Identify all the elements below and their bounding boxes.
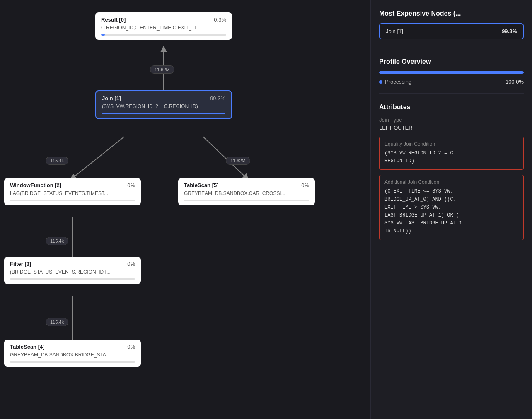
node-wf-label: WindowFunction [2] (10, 182, 61, 188)
node-ts4-label: TableScan [4] (10, 344, 45, 350)
node-tablescan5[interactable]: TableScan [5] 0% GREYBEAM_DB.SANDBOX.CAR… (178, 178, 315, 205)
node-result[interactable]: Result [0] 0.3% C.REGION_ID,C.ENTER_TIME… (95, 12, 232, 40)
node-join-progress-fill (102, 113, 225, 114)
flow-label-11_62m-right: 11.62M (226, 157, 250, 165)
node-join[interactable]: Join [1] 99.3% (SYS_VW.REGION_ID_2 = C.R… (95, 90, 232, 119)
node-wf-pct: 0% (127, 182, 135, 188)
node-result-pct: 0.3% (214, 17, 226, 23)
node-ts4-progress-bg (10, 361, 135, 363)
node-filter-label: Filter [3] (10, 261, 31, 267)
most-expensive-section: Most Expensive Nodes (... Join [1] 99.3% (379, 10, 524, 48)
attributes-section: Attributes Join Type LEFT OUTER Equality… (379, 104, 524, 253)
processing-dot (379, 80, 382, 84)
profile-overview-section: Profile Overview Processing 100.0% (379, 58, 524, 94)
processing-label-group: Processing (379, 79, 411, 85)
node-windowfunction[interactable]: WindowFunction [2] 0% LAG(BRIDGE_STATUS_… (4, 178, 141, 205)
additional-box-label: Additional Join Condition (384, 179, 518, 185)
flow-label-115_4k-left: 115.4k (46, 157, 68, 165)
most-expensive-title: Most Expensive Nodes (... (379, 10, 524, 17)
equality-box-label: Equality Join Condition (384, 141, 518, 147)
flow-label-11_62m-top: 11.62M (150, 65, 174, 74)
node-ts4-pct: 0% (127, 344, 135, 350)
node-result-body: C.REGION_ID,C.ENTER_TIME,C.EXIT_TI... (101, 25, 226, 31)
join-type-label: Join Type (379, 117, 524, 123)
expensive-item-name: Join [1] (386, 28, 403, 34)
query-plan-canvas: Result [0] 0.3% C.REGION_ID,C.ENTER_TIME… (0, 0, 370, 419)
node-ts5-pct: 0% (301, 182, 309, 188)
node-filter-progress-bg (10, 278, 135, 280)
join-type-value: LEFT OUTER (379, 125, 524, 131)
additional-box-value: (C.EXIT_TIME <= SYS_VW.BRIDGE_UP_AT_0) A… (384, 188, 518, 235)
node-ts5-progress-bg (184, 200, 309, 201)
node-result-progress-fill (101, 34, 105, 36)
right-panel: Most Expensive Nodes (... Join [1] 99.3%… (370, 0, 532, 419)
processing-pct: 100.0% (505, 79, 524, 85)
equality-box-value: (SYS_VW.REGION_ID_2 = C.REGION_ID) (384, 149, 518, 165)
node-join-pct: 99.3% (210, 95, 225, 101)
node-result-label: Result [0] (101, 17, 126, 23)
node-join-body: (SYS_VW.REGION_ID_2 = C.REGION_ID) (102, 104, 225, 109)
node-filter[interactable]: Filter [3] 0% (BRIDGE_STATUS_EVENTS.REGI… (4, 257, 141, 284)
equality-join-box: Equality Join Condition (SYS_VW.REGION_I… (379, 137, 524, 170)
node-tablescan4[interactable]: TableScan [4] 0% GREYBEAM_DB.SANDBOX.BRI… (4, 340, 141, 367)
processing-label: Processing (385, 79, 411, 85)
profile-progress-bg (379, 71, 524, 74)
additional-join-box: Additional Join Condition (C.EXIT_TIME <… (379, 175, 524, 240)
processing-row: Processing 100.0% (379, 79, 524, 85)
node-wf-body: LAG(BRIDGE_STATUS_EVENTS.TIMEST... (10, 190, 135, 196)
node-wf-progress-bg (10, 200, 135, 201)
profile-overview-title: Profile Overview (379, 58, 524, 65)
expensive-item-pct: 99.3% (502, 28, 517, 34)
node-result-progress-bg (101, 34, 226, 36)
attributes-title: Attributes (379, 104, 524, 111)
node-ts5-body: GREYBEAM_DB.SANDBOX.CAR_CROSSI... (184, 190, 309, 196)
node-filter-pct: 0% (127, 261, 135, 267)
flow-label-115_4k-mid: 115.4k (46, 237, 68, 245)
node-join-label: Join [1] (102, 95, 121, 101)
profile-progress-fill (379, 71, 524, 74)
expensive-item[interactable]: Join [1] 99.3% (379, 23, 524, 39)
svg-line-3 (73, 137, 124, 178)
node-join-progress-bg (102, 113, 225, 114)
node-filter-body: (BRIDGE_STATUS_EVENTS.REGION_ID I... (10, 269, 135, 275)
node-ts4-body: GREYBEAM_DB.SANDBOX.BRIDGE_STA... (10, 352, 135, 358)
node-ts5-label: TableScan [5] (184, 182, 219, 188)
flow-label-115_4k-bot: 115.4k (46, 318, 68, 326)
